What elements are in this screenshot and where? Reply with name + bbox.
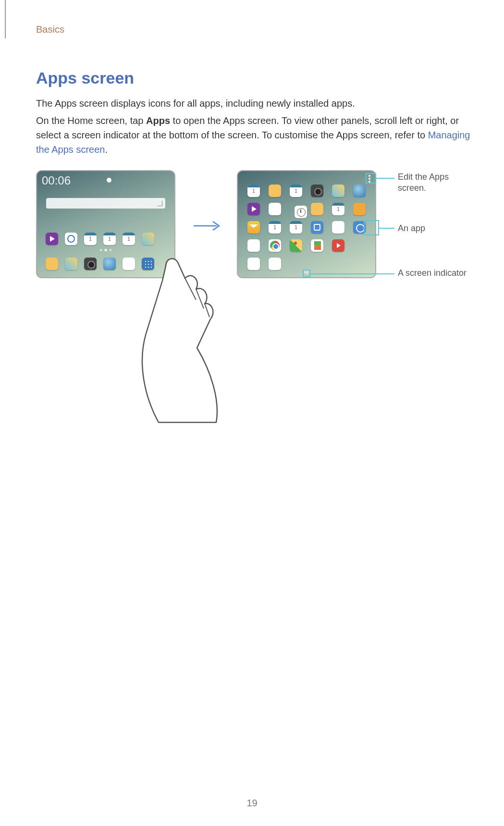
splanner-icon xyxy=(332,203,344,215)
intro-paragraph-2: On the Home screen, tap Apps to open the… xyxy=(36,113,473,157)
myfiles-icon xyxy=(311,203,323,215)
home-clock: 00:06 xyxy=(42,174,71,187)
kids-icon xyxy=(353,203,366,215)
apps-page-indicator xyxy=(305,270,308,273)
video-icon xyxy=(46,233,58,245)
para2-part-c: . xyxy=(105,144,108,155)
contacts-icon xyxy=(290,221,302,234)
files2-icon xyxy=(269,185,281,197)
apps-grid xyxy=(247,185,366,276)
calculator-icon xyxy=(247,185,260,197)
para2-part-a: On the Home screen, tap xyxy=(36,115,146,126)
camera2-icon xyxy=(311,185,323,197)
calendar2-icon xyxy=(123,233,135,245)
transition-arrow-icon xyxy=(193,220,222,232)
internet-icon xyxy=(103,258,116,270)
calendar-icon xyxy=(103,233,116,245)
memo-icon xyxy=(84,233,97,245)
apps-edit-menu-icon xyxy=(369,175,370,183)
home-row-widgets xyxy=(46,233,154,245)
home-page-indicator xyxy=(100,249,112,251)
callout-text-app: An app xyxy=(398,223,425,234)
callout-text-edit: Edit the Apps screen. xyxy=(398,172,479,193)
leader-line-indicator xyxy=(310,273,394,274)
apps-bold: Apps xyxy=(146,115,170,126)
clock-icon xyxy=(295,206,307,218)
hand-tap-icon xyxy=(139,252,235,425)
chrome-icon xyxy=(269,239,281,252)
callout-text-indicator: A screen indicator xyxy=(398,268,467,279)
galaxyapps-icon xyxy=(247,239,260,252)
tablet-apps-screen xyxy=(237,170,376,278)
camera-icon xyxy=(84,258,97,270)
music-icon xyxy=(269,203,281,215)
hancom-icon xyxy=(332,221,344,234)
email-icon xyxy=(247,221,260,234)
maps-icon xyxy=(290,239,302,252)
settings-icon xyxy=(353,221,366,234)
search-widget xyxy=(46,198,165,209)
leader-line-app xyxy=(379,228,394,229)
blank-icon xyxy=(123,258,135,270)
google-folder-icon xyxy=(247,258,260,270)
page-number: 19 xyxy=(0,798,504,809)
gallery2-icon xyxy=(332,185,344,197)
memo2-icon xyxy=(290,185,302,197)
figure-area: 00:06 xyxy=(36,170,473,478)
weather-icon xyxy=(107,178,111,183)
cal3-icon xyxy=(269,221,281,234)
browser-ring-icon xyxy=(65,233,77,245)
smartmgr-icon xyxy=(311,221,323,234)
gallery-icon xyxy=(65,258,77,270)
microsoft-folder-icon xyxy=(269,258,281,270)
home-dock-row xyxy=(46,258,154,270)
internet2-icon xyxy=(353,185,366,197)
chapter-title: Basics xyxy=(36,24,473,35)
page-edge-line xyxy=(5,0,6,38)
files-icon xyxy=(46,258,58,270)
playstore-icon xyxy=(311,239,323,252)
intro-paragraph-1: The Apps screen displays icons for all a… xyxy=(36,96,473,111)
collage-icon xyxy=(142,233,154,245)
leader-line-edit xyxy=(376,178,394,179)
section-heading: Apps screen xyxy=(36,69,473,87)
video2-icon xyxy=(247,203,260,215)
youtube-icon xyxy=(332,239,344,252)
